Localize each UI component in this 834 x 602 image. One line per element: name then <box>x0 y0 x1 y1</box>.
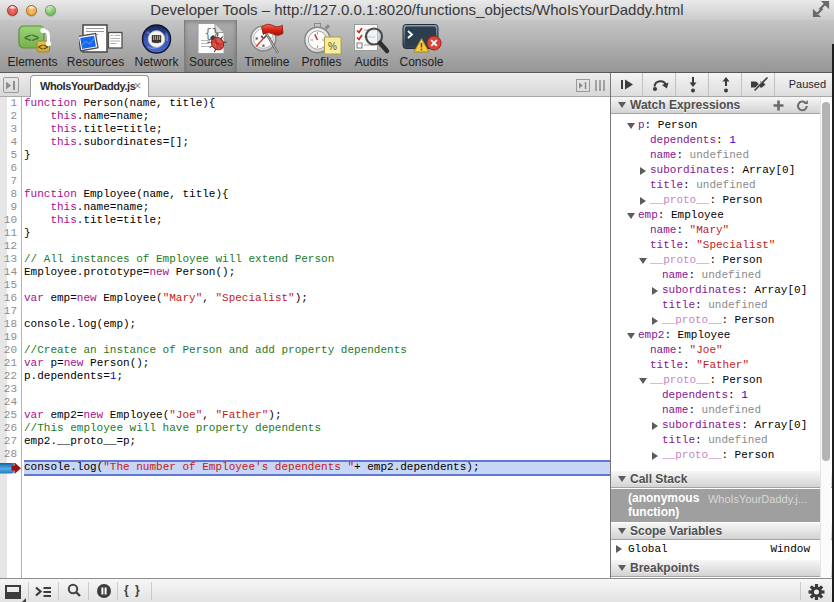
svg-text:%: % <box>328 41 337 52</box>
